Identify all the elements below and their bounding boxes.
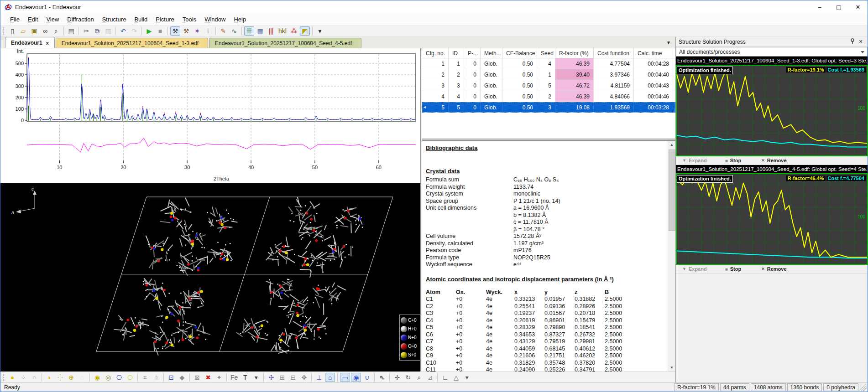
scrollbar-thumb[interactable] xyxy=(669,150,675,231)
config-row[interactable]: ◄ 4 4 0 Glob. 0.50 2 46.39 4.84066 00:04… xyxy=(422,91,675,102)
build-mode[interactable]: ⌂ xyxy=(325,373,335,382)
bond-tool[interactable]: ○ xyxy=(29,373,39,382)
panel-close-icon[interactable]: ✕ xyxy=(857,39,865,45)
info[interactable]: ℹ xyxy=(203,26,213,36)
add-single-atom[interactable]: ⊕ xyxy=(66,373,76,382)
data-sheet-view[interactable]: ☰ xyxy=(244,26,254,36)
open-folder[interactable]: ▱ xyxy=(18,26,28,36)
undo[interactable]: ↶ xyxy=(118,26,128,36)
close-button[interactable]: ✕ xyxy=(848,0,868,14)
element-fe[interactable]: Fe xyxy=(229,373,239,382)
document-preview[interactable]: ⌕ xyxy=(51,26,61,36)
menu-item[interactable]: Tools xyxy=(178,15,200,24)
config-row[interactable]: ◄ 1 1 0 Glob. 0.50 4 46.39 4.77504 00:04… xyxy=(422,58,675,69)
measure-more[interactable]: ▾ xyxy=(462,373,472,382)
remove-button[interactable]: ✕ Remove xyxy=(761,266,786,272)
document-tab[interactable]: Endeavour1_Solution_20251217_100604_Seed… xyxy=(56,38,208,48)
profile-settings[interactable]: ∿ xyxy=(229,26,239,36)
paste[interactable]: ▥ xyxy=(103,26,113,36)
toolbar-grip[interactable] xyxy=(3,374,5,381)
atom-ring[interactable]: ◉ xyxy=(92,373,102,382)
cut[interactable]: ✂ xyxy=(81,26,91,36)
menu-item[interactable]: View xyxy=(42,15,63,24)
crystal-data-panel[interactable]: Bibliographic data Crystal data Formula … xyxy=(422,140,675,371)
col-header-id[interactable]: ID xyxy=(449,48,464,58)
diamond-tool[interactable]: ◆ xyxy=(177,373,187,382)
scrollbar[interactable]: ▲ ▼ xyxy=(668,141,675,371)
color-fill[interactable]: ◗ xyxy=(44,373,54,382)
cell-cross[interactable]: ⊠ xyxy=(192,373,202,382)
diffraction-plot-panel[interactable]: 0100200300400500102030405060Int.2Theta xyxy=(0,48,421,183)
toolbar-grip[interactable] xyxy=(3,27,5,35)
find[interactable]: ∞ xyxy=(40,26,50,36)
text-tool[interactable]: T xyxy=(240,373,250,382)
config-row[interactable]: ◄ 3 3 0 Glob. 0.50 5 46.72 4.81159 00:04… xyxy=(422,80,675,91)
wireframe-view[interactable]: ∪ xyxy=(362,373,372,382)
minimize-button[interactable]: – xyxy=(810,0,829,14)
config-row[interactable]: ◄ 2 2 0 Glob. 0.50 1 39.40 3.97346 00:04… xyxy=(422,69,675,80)
resize-grip[interactable] xyxy=(859,384,867,391)
solution-window[interactable]: ⚒ xyxy=(181,26,191,36)
menu-item[interactable]: Structure xyxy=(98,15,131,24)
hkl-labels-view[interactable]: hkl xyxy=(277,26,288,36)
col-header-cost[interactable]: Cost function xyxy=(594,48,634,58)
stop-button[interactable]: ■ Stop xyxy=(725,158,742,163)
menu-item[interactable]: File xyxy=(6,15,24,24)
save[interactable]: ▣ xyxy=(29,26,39,36)
measure-axes[interactable]: ⊥ xyxy=(314,373,324,382)
molecule-view[interactable]: ⁂ xyxy=(289,26,299,36)
expand-button[interactable]: ▼ Expand xyxy=(682,266,707,272)
remove-button[interactable]: ✕ Remove xyxy=(761,158,786,163)
structure-picture-view[interactable]: ◩ xyxy=(300,26,310,36)
config-row[interactable]: ◄ 5 5 0 Glob. 0.50 3 19.08 1.93569 00:03… xyxy=(422,102,675,113)
process-filter-dropdown[interactable]: All documents/processes xyxy=(676,47,868,57)
text-more[interactable]: ▾ xyxy=(251,373,261,382)
scroll-down-icon[interactable]: ▼ xyxy=(668,364,675,371)
expand-button[interactable]: ▼ Expand xyxy=(682,158,707,163)
menu-item[interactable]: Edit xyxy=(24,15,42,24)
measure-distance[interactable]: ∟ xyxy=(440,373,450,382)
col-header-p[interactable]: P-... xyxy=(464,48,481,58)
atom-dotted[interactable]: ◎ xyxy=(103,373,113,382)
polygon-yellow[interactable]: ⎔ xyxy=(125,373,135,382)
col-header-seed[interactable]: Seed xyxy=(537,48,555,58)
atom-group[interactable]: ⁘ xyxy=(18,373,28,382)
polyhedron-tool[interactable]: ✦ xyxy=(214,373,224,382)
document-tab[interactable]: Endeavour1 x xyxy=(5,37,55,48)
redo[interactable]: ↷ xyxy=(129,26,139,36)
toolbar-more[interactable]: ▾ xyxy=(315,26,325,36)
quick-brush[interactable]: ✎ xyxy=(218,26,228,36)
polygon-blue[interactable]: ⎔ xyxy=(114,373,124,382)
delete-fragment[interactable]: ✖ xyxy=(203,373,213,382)
pan-view[interactable]: ✛ xyxy=(392,373,402,382)
move-mode[interactable]: ✥ xyxy=(299,373,309,382)
zoom-view[interactable]: ⌕ xyxy=(414,373,424,382)
menu-item[interactable]: Diffraction xyxy=(63,15,98,24)
lattice-net[interactable]: ⌗ xyxy=(140,373,150,382)
col-header-time[interactable]: Calc. time xyxy=(634,48,673,58)
measure-angle[interactable]: △ xyxy=(451,373,461,382)
cell-frame-view[interactable]: ▭ xyxy=(340,373,350,382)
rotate-view[interactable]: ↻ xyxy=(403,373,413,382)
maximize-button[interactable]: ▢ xyxy=(829,0,848,14)
col-header-rfactor[interactable]: R-factor (%) xyxy=(555,48,594,58)
structure-solve[interactable]: ⚒ xyxy=(170,26,180,36)
peak-list-view[interactable]: ||| xyxy=(266,26,276,36)
add-molecule[interactable]: ⁛ xyxy=(55,373,65,382)
fragment-tree[interactable]: ⋔ xyxy=(151,373,161,382)
menu-item[interactable]: Build xyxy=(130,15,152,24)
fit-content[interactable]: ⊟ xyxy=(288,373,298,382)
stop-solution[interactable]: ■ xyxy=(155,26,165,36)
space-fill-view[interactable]: ◉ xyxy=(351,373,361,382)
document-tab[interactable]: Endeavour1_Solution_20251217_100604_Seed… xyxy=(209,38,361,48)
tab-overflow-dropdown-icon[interactable]: ▼ xyxy=(666,40,671,45)
ghost-molecule[interactable]: ◌ xyxy=(77,373,87,382)
unit-cell-box[interactable]: ⊡ xyxy=(166,373,176,382)
fit-cell[interactable]: ⊞ xyxy=(277,373,287,382)
spreadsheet-view[interactable]: ▦ xyxy=(255,26,265,36)
menu-item[interactable]: Picture xyxy=(152,15,178,24)
stop-button[interactable]: ■ Stop xyxy=(725,266,742,272)
pointer[interactable]: ⇖ xyxy=(377,373,387,382)
menu-item[interactable]: Help xyxy=(230,15,250,24)
wizard[interactable]: ✶ xyxy=(192,26,202,36)
